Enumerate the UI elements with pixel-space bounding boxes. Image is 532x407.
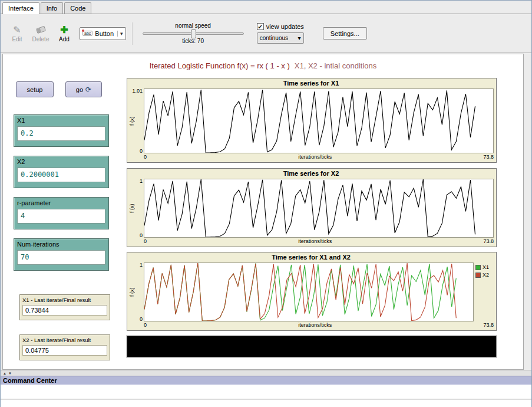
monitor-value: 0.04775: [22, 345, 107, 356]
y-min-label: 0: [140, 232, 143, 238]
y-axis: 1 f (x) 0: [128, 179, 144, 238]
command-center-output: [1, 385, 531, 399]
view-updates-checkbox[interactable]: ✔: [257, 23, 264, 30]
input-label: X2: [17, 158, 105, 165]
x2-series-line: [144, 179, 493, 237]
y-axis-label: f (x): [129, 179, 135, 238]
legend-item-x2: X2: [475, 272, 494, 278]
x-axis-label: iterations/ticks: [298, 322, 332, 329]
view-updates-label: view updates: [266, 23, 304, 30]
x2-input-field[interactable]: 0.2000001: [17, 168, 105, 182]
x-axis: 0 iterations/ticks 73.8: [144, 321, 494, 329]
tab-code[interactable]: Code: [64, 2, 91, 14]
splitter-down-icon[interactable]: ▼: [8, 371, 12, 376]
speed-slider-group: normal speed ticks: 70: [138, 22, 249, 44]
plot-time-series-x2: Time series for X2 1 f (x) 0 0 iteration…: [127, 168, 497, 247]
y-axis: 1.01 f (x) 0: [128, 88, 144, 153]
plot-title: Time series for X1: [128, 80, 494, 88]
x1-x2-series-lines: [144, 263, 473, 321]
splitter-up-icon[interactable]: ▲: [3, 371, 6, 376]
delete-button-label: Delete: [32, 36, 49, 42]
input-label: Num-iterations: [17, 241, 105, 248]
input-widget-r-parameter: r-parameter 4: [14, 197, 109, 229]
go-button[interactable]: go ⟳: [65, 81, 102, 97]
chevron-down-icon: ▾: [298, 35, 301, 41]
ticks-counter: ticks: 70: [182, 38, 204, 44]
monitor-label: X2 - Last iterate/Final result: [22, 337, 107, 343]
legend-label: X2: [483, 272, 489, 278]
y-min-label: 0: [140, 316, 143, 322]
legend-label: X1: [483, 264, 489, 270]
input-label: r-parameter: [17, 199, 105, 206]
toolbar-separator: [132, 22, 133, 45]
x1-input-field[interactable]: 0.2: [17, 126, 105, 141]
monitor-x1-final: X1 - Last iterate/Final result 0.73844: [19, 294, 110, 320]
y-axis-label: f (x): [129, 88, 135, 153]
y-max-label: 1: [140, 262, 143, 268]
tab-info[interactable]: Info: [41, 2, 63, 14]
toolbar: ✎ Edit Delete ✚ Add abc Button ▾ normal …: [1, 14, 531, 53]
monitor-value: 0.73844: [22, 305, 107, 316]
widget-type-value: Button: [95, 30, 114, 37]
x-min-label: 0: [144, 154, 147, 161]
plus-icon: ✚: [60, 24, 68, 35]
update-mode-dropdown[interactable]: continuous ▾: [257, 32, 304, 44]
speed-slider-thumb[interactable]: [191, 29, 196, 38]
x1-series-line: [144, 89, 493, 153]
r-parameter-input-field[interactable]: 4: [17, 209, 105, 224]
command-center-splitter[interactable]: ▲ ▼: [1, 370, 531, 376]
speed-slider-label: normal speed: [175, 22, 211, 29]
command-center-input[interactable]: [1, 400, 531, 407]
add-widget-button[interactable]: ✚ Add: [52, 24, 76, 42]
plot-time-series-x1-x2: Time series for X1 and X2 1 f (x) 0 X1: [127, 252, 497, 331]
go-button-label: go: [76, 86, 83, 93]
model-title-sub: X1, X2 - intial conditions: [295, 61, 376, 70]
y-axis-label: f (x): [129, 262, 135, 321]
y-axis: 1 f (x) 0: [128, 262, 144, 321]
model-title: Iterated Logistic Function f(x) = rx ( 1…: [3, 61, 523, 70]
add-button-label: Add: [59, 36, 70, 42]
input-widget-x1: X1 0.2: [14, 114, 109, 147]
plot-area: [144, 88, 494, 153]
plot-legend: X1 X2: [474, 262, 494, 321]
settings-button[interactable]: Settings...: [323, 27, 367, 40]
monitor-label: X1 - Last iterate/Final result: [22, 297, 107, 303]
num-iterations-input-field[interactable]: 70: [17, 250, 105, 265]
model-title-main: Iterated Logistic Function f(x) = rx ( 1…: [150, 61, 290, 70]
world-view[interactable]: [127, 336, 497, 357]
plot-title: Time series for X2: [128, 170, 494, 179]
x-max-label: 73.8: [483, 154, 494, 161]
button-widget-icon: abc: [82, 31, 92, 36]
plot-time-series-x1: Time series for X1 1.01 f (x) 0 0 iterat…: [127, 78, 497, 163]
command-center-title: Command Center: [3, 377, 57, 384]
tab-interface[interactable]: Interface: [2, 2, 39, 14]
widget-type-chooser[interactable]: abc Button ▾: [80, 27, 126, 40]
chevron-down-icon[interactable]: ▾: [117, 31, 123, 37]
setup-button-label: setup: [27, 86, 43, 93]
tab-bar: Interface Info Code: [1, 1, 531, 14]
speed-slider[interactable]: [143, 32, 244, 35]
update-mode-value: continuous: [260, 35, 288, 41]
eraser-icon: [37, 24, 45, 35]
legend-item-x1: X1: [475, 264, 494, 270]
input-widget-x2: X2 0.2000001: [14, 156, 109, 188]
netlogo-window: Interface Info Code ✎ Edit Delete ✚ Add …: [0, 0, 532, 407]
x-min-label: 0: [144, 238, 147, 245]
x1-legend-swatch: [475, 265, 481, 270]
view-updates-group: ✔ view updates continuous ▾: [257, 23, 304, 44]
pencil-icon: ✎: [13, 24, 21, 35]
x-axis-label: iterations/ticks: [298, 154, 332, 161]
x-max-label: 73.8: [483, 322, 494, 329]
edit-button[interactable]: ✎ Edit: [5, 24, 29, 42]
interface-canvas: Iterated Logistic Function f(x) = rx ( 1…: [2, 54, 524, 370]
y-max-label: 1: [140, 178, 143, 184]
x-min-label: 0: [144, 322, 147, 329]
plot-area: [144, 262, 474, 321]
delete-button[interactable]: Delete: [29, 24, 52, 42]
setup-button[interactable]: setup: [16, 81, 54, 97]
x-axis: 0 iterations/ticks 73.8: [144, 153, 494, 161]
input-label: X1: [17, 117, 105, 124]
monitor-x2-final: X2 - Last iterate/Final result 0.04775: [19, 334, 110, 360]
plot-area: [144, 179, 494, 238]
command-center-header: Command Center: [1, 376, 531, 385]
